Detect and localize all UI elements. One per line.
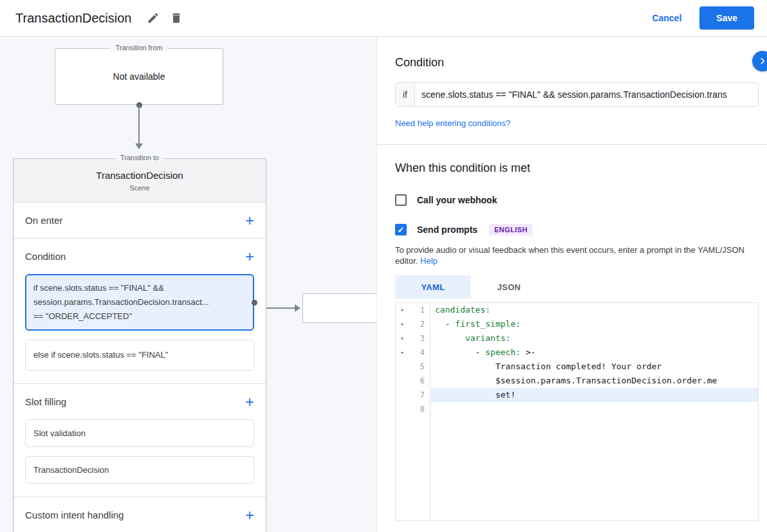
add-slot-button[interactable]: + xyxy=(245,394,254,410)
add-custom-intent-button[interactable]: + xyxy=(245,508,254,523)
call-webhook-checkbox[interactable] xyxy=(395,194,407,206)
scene-editor-window: TransactionDecision Cancel Save Transiti… xyxy=(0,0,767,532)
line-number: 4 xyxy=(409,345,430,360)
code-line[interactable]: - first_simple: xyxy=(430,317,758,331)
slot-filling-section: Slot filling + Slot validation Transacti… xyxy=(14,384,266,497)
tab-yaml[interactable]: YAML xyxy=(395,275,471,298)
fold-arrow-icon[interactable]: ▾ xyxy=(396,345,409,360)
line-number: 8 xyxy=(409,402,430,416)
on-enter-section: On enter + xyxy=(14,203,266,239)
code-line[interactable]: set! xyxy=(430,388,758,402)
line-number: 2 xyxy=(409,317,430,331)
transition-arrow-head xyxy=(135,143,143,149)
condition-text-line: if scene.slots.status == "FINAL" && xyxy=(33,281,246,295)
code-line[interactable]: Transaction completed! Your order xyxy=(430,360,758,374)
condition-text-line: session.params.TransactionDecision.trans… xyxy=(33,295,246,309)
line-number: 1 xyxy=(409,303,430,317)
line-number: 7 xyxy=(409,388,430,402)
fold-arrow-icon[interactable]: ▾ xyxy=(396,317,409,331)
scene-header[interactable]: TransactionDecision Scene xyxy=(14,159,266,203)
line-number: 3 xyxy=(409,331,430,345)
transition-target-node[interactable] xyxy=(302,293,376,323)
connection-dot xyxy=(252,300,257,306)
condition-expression-input[interactable] xyxy=(415,83,758,106)
pencil-icon xyxy=(147,12,160,24)
on-enter-title: On enter xyxy=(25,215,62,226)
transition-from-value: Not available xyxy=(55,49,223,104)
help-link[interactable]: Help xyxy=(420,255,438,266)
scene-subtitle: Scene xyxy=(129,184,149,192)
if-label: if xyxy=(396,83,415,106)
condition-section-title: Condition xyxy=(25,251,66,262)
condition-expression-row: if xyxy=(395,82,759,107)
transition-arrow-line xyxy=(138,105,140,143)
cancel-button[interactable]: Cancel xyxy=(652,13,681,23)
top-bar: TransactionDecision Cancel Save xyxy=(0,0,767,37)
code-line[interactable]: variants: xyxy=(430,331,758,345)
transition-to-label: Transition to xyxy=(115,154,164,161)
send-prompts-label[interactable]: Send prompts xyxy=(417,225,477,235)
send-prompts-checkbox[interactable]: ✓ xyxy=(395,224,407,235)
transition-from-node: Transition from Not available xyxy=(55,48,223,105)
code-line[interactable]: candidates: xyxy=(430,303,758,317)
edit-name-button[interactable] xyxy=(142,6,165,30)
scene-canvas: Transition from Not available Transition… xyxy=(0,37,376,532)
fold-arrow-icon[interactable]: ▾ xyxy=(396,303,409,317)
editor-tabs: YAML JSON xyxy=(395,275,758,298)
slot-card-validation[interactable]: Slot validation xyxy=(25,419,254,447)
condition-text-line: else if scene.slots.status == "FINAL" xyxy=(33,348,246,362)
yaml-editor-lines: ▾1candidates:▾2 - first_simple:▾3 varian… xyxy=(396,303,758,416)
condition-arrow-head xyxy=(295,304,300,312)
editor-line: 5 Transaction completed! Your order xyxy=(396,360,758,374)
description-text: To provide audio or visual feedback when… xyxy=(395,245,744,266)
editor-line: 8 xyxy=(396,402,758,416)
custom-intent-section: Custom intent handling + xyxy=(14,497,266,532)
header-actions: Cancel Save xyxy=(652,6,757,30)
trash-icon xyxy=(170,12,183,24)
slot-card-transaction-decision[interactable]: TransactionDecision xyxy=(25,456,254,484)
editor-line: ▾3 variants: xyxy=(396,331,758,345)
fold-gutter-spacer xyxy=(396,388,409,402)
line-number: 5 xyxy=(409,360,430,374)
panel-title: Condition xyxy=(395,56,758,69)
editor-line: 7 set! xyxy=(396,388,758,402)
code-line[interactable] xyxy=(430,402,758,416)
save-button[interactable]: Save xyxy=(699,6,754,30)
condition-section: Condition + if scene.slots.status == "FI… xyxy=(14,239,266,384)
language-badge: ENGLISH xyxy=(489,224,533,235)
fold-gutter-spacer xyxy=(396,402,409,416)
panel-divider xyxy=(377,144,767,145)
transition-from-label: Transition from xyxy=(111,44,168,51)
fold-gutter-spacer xyxy=(396,374,409,388)
fold-gutter-spacer xyxy=(396,360,409,374)
webhook-row: Call your webhook xyxy=(395,194,758,206)
call-webhook-label[interactable]: Call your webhook xyxy=(417,195,497,205)
editor-line: 6 $session.params.TransactionDecision.or… xyxy=(396,374,758,388)
conditions-help-link[interactable]: Need help entering conditions? xyxy=(395,118,510,128)
editor-body: Transition from Not available Transition… xyxy=(0,37,767,532)
editor-line: ▾4 - speech: >- xyxy=(396,345,758,360)
condition-card-selected[interactable]: if scene.slots.status == "FINAL" && sess… xyxy=(25,274,254,331)
code-line[interactable]: - speech: >- xyxy=(430,345,758,360)
fold-arrow-icon[interactable]: ▾ xyxy=(396,331,409,345)
when-condition-met-heading: When this condition is met xyxy=(395,161,758,175)
condition-detail-panel: Condition if Need help entering conditio… xyxy=(376,37,767,532)
code-line[interactable]: $session.params.TransactionDecision.orde… xyxy=(430,374,758,388)
page-title: TransactionDecision xyxy=(15,11,131,26)
slot-filling-title: Slot filling xyxy=(25,396,66,407)
condition-card[interactable]: else if scene.slots.status == "FINAL" xyxy=(25,340,254,371)
transition-to-card: Transition to TransactionDecision Scene … xyxy=(13,158,266,532)
prompt-editor-description: To provide audio or visual feedback when… xyxy=(395,244,757,266)
add-condition-button[interactable]: + xyxy=(245,249,254,264)
yaml-editor[interactable]: ▾1candidates:▾2 - first_simple:▾3 varian… xyxy=(395,302,759,521)
send-prompts-row: ✓ Send prompts ENGLISH xyxy=(395,224,758,235)
chevron-right-icon xyxy=(757,55,767,67)
line-number: 6 xyxy=(409,374,430,388)
tab-json[interactable]: JSON xyxy=(471,275,547,298)
scene-title: TransactionDecision xyxy=(96,170,183,181)
editor-line: ▾2 - first_simple: xyxy=(396,317,758,331)
delete-scene-button[interactable] xyxy=(165,6,188,30)
custom-intent-title: Custom intent handling xyxy=(25,509,124,520)
editor-line: ▾1candidates: xyxy=(396,303,758,317)
add-on-enter-button[interactable]: + xyxy=(245,213,254,228)
